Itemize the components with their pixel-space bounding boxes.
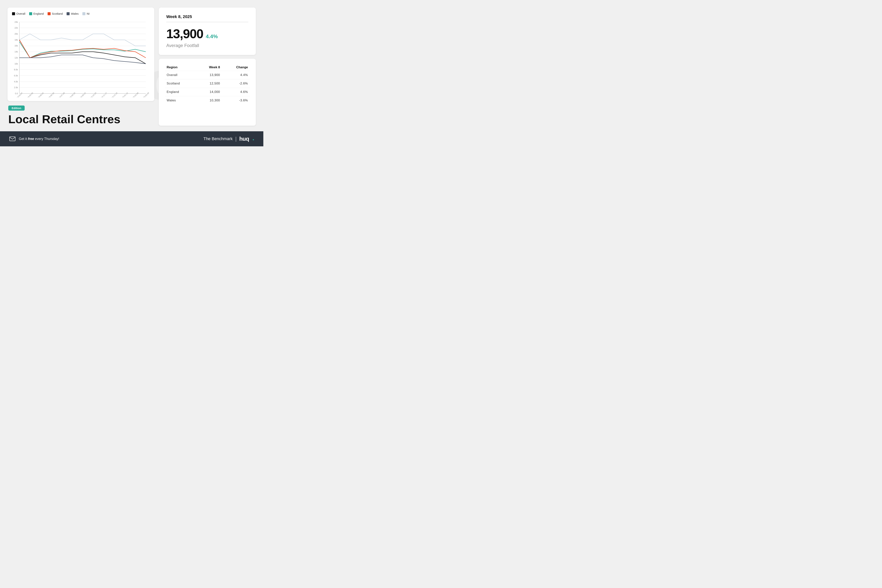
legend-overall-label: Overall — [16, 12, 26, 15]
left-column: Overall England Scotland Wales NI — [8, 8, 154, 126]
svg-text:2024-11-17: 2024-11-17 — [99, 92, 107, 97]
cell-change: 4.4% — [222, 71, 250, 80]
footer-brand: The Benchmark | huq — [203, 136, 254, 142]
svg-text:12k: 12k — [15, 57, 18, 59]
cell-change: 4.6% — [222, 88, 250, 96]
svg-text:8.0k: 8.0k — [14, 69, 18, 71]
week-label: Week 8, 2025 — [166, 14, 192, 19]
svg-text:4.0k: 4.0k — [14, 81, 18, 83]
pipe-separator: | — [236, 136, 237, 142]
svg-text:2025-03-09: 2025-03-09 — [141, 92, 150, 97]
cell-change: -3.6% — [222, 96, 250, 105]
mail-icon — [9, 136, 15, 141]
cell-region: Wales — [165, 96, 195, 105]
divider — [166, 22, 248, 22]
chart-card: Overall England Scotland Wales NI — [8, 8, 154, 101]
metric-value: 13,900 — [166, 26, 203, 41]
huq-brand: huq — [239, 136, 249, 142]
cell-week8: 13,900 — [195, 71, 222, 80]
svg-text:2024-09-22: 2024-09-22 — [78, 92, 86, 97]
svg-text:18k: 18k — [15, 39, 18, 41]
legend-ni: NI — [82, 12, 90, 15]
cell-week8: 14,000 — [195, 88, 222, 96]
right-column: Week 8, 2025 13,900 4.4% Average Footfal… — [159, 8, 256, 126]
table-card: Region Week 8 Change Overall13,9004.4%Sc… — [159, 58, 256, 126]
cell-region: Overall — [165, 71, 195, 80]
table-row: Overall13,9004.4% — [165, 71, 250, 80]
cell-region: Scotland — [165, 80, 195, 88]
legend-wales-label: Wales — [71, 12, 79, 15]
svg-text:2024-06-30: 2024-06-30 — [46, 92, 55, 97]
cell-week8: 12,500 — [195, 80, 222, 88]
col-header-change: Change — [222, 64, 250, 71]
svg-point-41 — [253, 139, 254, 140]
legend-overall: Overall — [12, 12, 26, 15]
metric-value-row: 13,900 4.4% — [166, 26, 218, 41]
metric-card: Week 8, 2025 13,900 4.4% Average Footfal… — [159, 8, 256, 55]
svg-text:14k: 14k — [15, 51, 18, 53]
svg-text:16k: 16k — [15, 45, 18, 47]
cell-change: -2.6% — [222, 80, 250, 88]
cell-region: England — [165, 88, 195, 96]
table-row: Wales10,300-3.6% — [165, 96, 250, 105]
svg-text:2.0k: 2.0k — [14, 86, 18, 88]
legend-england-label: England — [33, 12, 44, 15]
svg-text:2025-01-12: 2025-01-12 — [120, 92, 129, 97]
svg-text:2024-05-05: 2024-05-05 — [26, 92, 34, 97]
col-header-week8: Week 8 — [195, 64, 222, 71]
line-chart: .axis-label { font-size: 11px; fill: #88… — [12, 18, 150, 97]
table-row: England14,0004.6% — [165, 88, 250, 96]
metric-label: Average Footfall — [166, 43, 199, 48]
data-table: Region Week 8 Change Overall13,9004.4%Sc… — [165, 64, 250, 105]
legend-wales: Wales — [67, 12, 79, 15]
edition-section: Edition Local Retail Centres — [8, 105, 154, 126]
footer-left: Get it free every Thursday! — [9, 136, 59, 141]
svg-text:2024-08-25: 2024-08-25 — [68, 92, 76, 97]
svg-text:20k: 20k — [15, 33, 18, 35]
page-title: Local Retail Centres — [8, 113, 153, 126]
svg-text:24k: 24k — [15, 21, 18, 23]
edition-badge: Edition — [8, 105, 25, 111]
chart-legend: Overall England Scotland Wales NI — [12, 12, 150, 15]
svg-text:2025-02-09: 2025-02-09 — [131, 92, 139, 97]
svg-text:22k: 22k — [15, 27, 18, 29]
legend-ni-label: NI — [87, 12, 90, 15]
svg-text:10k: 10k — [15, 63, 18, 65]
svg-text:6.0k: 6.0k — [14, 75, 18, 77]
svg-rect-40 — [10, 137, 15, 141]
svg-text:2024-10-20: 2024-10-20 — [88, 92, 97, 97]
benchmark-text: The Benchmark — [203, 136, 232, 141]
svg-text:2024-06-02: 2024-06-02 — [36, 92, 44, 97]
legend-scotland-label: Scotland — [52, 12, 63, 15]
legend-england: England — [29, 12, 44, 15]
svg-text:2024-07-28: 2024-07-28 — [57, 92, 65, 97]
svg-text:0.0: 0.0 — [15, 92, 18, 94]
table-row: Scotland12,500-2.6% — [165, 80, 250, 88]
col-header-region: Region — [165, 64, 195, 71]
metric-change: 4.4% — [206, 33, 218, 39]
huq-logo-dot — [251, 137, 254, 140]
cell-week8: 10,300 — [195, 96, 222, 105]
legend-scotland: Scotland — [48, 12, 63, 15]
footer: Get it free every Thursday! The Benchmar… — [0, 131, 263, 146]
svg-text:2024-12-15: 2024-12-15 — [110, 92, 118, 97]
footer-cta: Get it free every Thursday! — [19, 137, 59, 141]
